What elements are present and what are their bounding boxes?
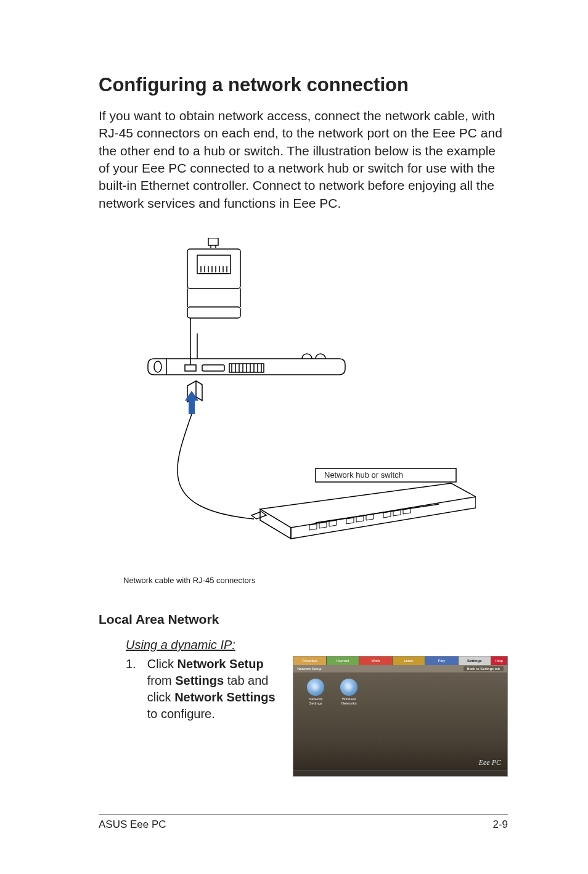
network-diagram: Network hub or switch: [131, 238, 476, 558]
svg-rect-1: [197, 255, 231, 274]
eee-pc-logo: Eee PC: [479, 758, 501, 767]
screenshot-tab-bar: Favorites Internet Work Learn Play Setti…: [293, 656, 507, 665]
step-1: 1. Click Network Setup from Settings tab…: [126, 656, 282, 722]
tab-help: Help: [491, 656, 507, 665]
icon-network-settings: NetworkSettings: [303, 679, 328, 705]
tab-learn: Learn: [393, 656, 425, 665]
tab-play: Play: [425, 656, 458, 665]
tab-internet: Internet: [327, 656, 359, 665]
screenshot-subheader: Network Setup Back to Settings tab: [293, 665, 507, 672]
page-title: Configuring a network connection: [99, 74, 508, 96]
step-number: 1.: [126, 656, 136, 722]
globe-icon: [307, 679, 324, 696]
icon-wireless-networks: WirelessNetworks: [337, 679, 361, 705]
back-to-settings-button: Back to Settings tab: [463, 666, 504, 671]
globe-icon: [340, 679, 357, 696]
svg-rect-2: [187, 307, 240, 318]
svg-point-4: [154, 361, 161, 372]
screenshot-taskbar: [293, 770, 507, 776]
svg-rect-3: [208, 238, 218, 245]
intro-paragraph: If you want to obtain network access, co…: [99, 107, 508, 212]
tab-settings: Settings: [459, 656, 491, 665]
hub-label: Network hub or switch: [324, 470, 403, 480]
footer-page-number: 2-9: [492, 819, 508, 831]
subsection-heading-dynamic-ip: Using a dynamic IP:: [126, 638, 508, 652]
section-heading-lan: Local Area Network: [99, 612, 508, 627]
cable-caption: Network cable with RJ-45 connectors: [123, 576, 508, 585]
footer-left: ASUS Eee PC: [99, 819, 166, 831]
svg-rect-5: [185, 365, 196, 371]
screenshot-subtitle: Network Setup: [297, 667, 321, 671]
tab-favorites: Favorites: [293, 656, 326, 665]
tab-work: Work: [359, 656, 392, 665]
step-text: Click Network Setup from Settings tab an…: [147, 656, 282, 722]
screenshot-network-setup: Favorites Internet Work Learn Play Setti…: [293, 656, 508, 777]
svg-rect-6: [202, 365, 224, 371]
